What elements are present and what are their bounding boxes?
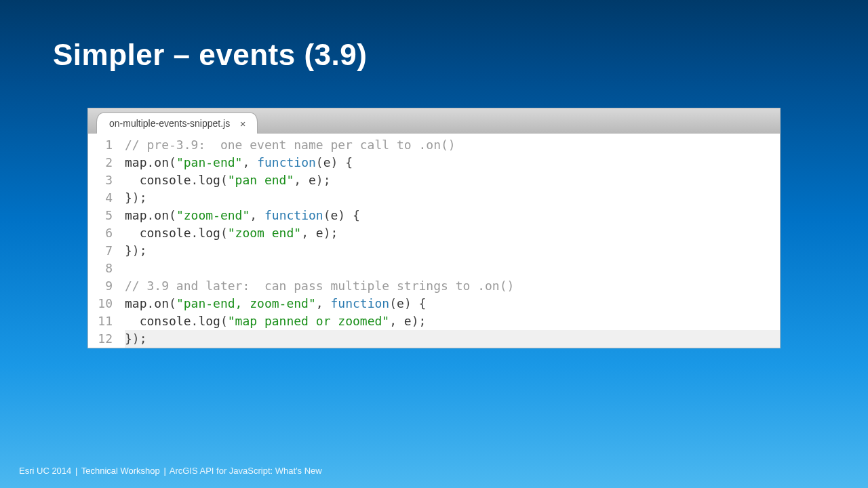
code-line: // pre-3.9: one event name per call to .… [125,136,780,154]
editor-tab-bar: on-multiple-events-snippet.js × [88,108,780,134]
line-number: 11 [88,312,113,330]
line-number-gutter: 123456789101112 [88,136,119,348]
line-number: 4 [88,189,113,207]
line-number: 1 [88,136,113,154]
code-line [125,260,780,277]
line-number: 9 [88,277,113,295]
code-line: // 3.9 and later: can pass multiple stri… [125,277,780,295]
line-number: 12 [88,330,113,348]
slide: Simpler – events (3.9) on-multiple-event… [0,0,868,488]
code-line: }); [125,330,780,348]
footer-track: Technical Workshop [81,466,160,476]
line-number: 8 [88,260,113,277]
code-line: }); [125,242,780,260]
footer-sep: | [162,466,167,476]
close-icon[interactable]: × [238,119,248,129]
footer-conference: Esri UC 2014 [19,466,71,476]
slide-footer: Esri UC 2014 | Technical Workshop | ArcG… [19,466,322,476]
code-lines: // pre-3.9: one event name per call to .… [119,136,780,348]
line-number: 10 [88,295,113,312]
code-body: 123456789101112 // pre-3.9: one event na… [88,134,780,348]
code-line: map.on("zoom-end", function(e) { [125,207,780,224]
code-line: map.on("pan-end", function(e) { [125,154,780,171]
code-line: console.log("zoom end", e); [125,224,780,242]
code-line: console.log("pan end", e); [125,171,780,189]
code-line: map.on("pan-end, zoom-end", function(e) … [125,295,780,312]
line-number: 2 [88,154,113,171]
code-editor-window: on-multiple-events-snippet.js × 12345678… [88,108,780,348]
line-number: 5 [88,207,113,224]
line-number: 7 [88,242,113,260]
code-line: }); [125,189,780,207]
slide-title: Simpler – events (3.9) [53,38,367,72]
editor-tab[interactable]: on-multiple-events-snippet.js × [96,113,258,134]
editor-tab-label: on-multiple-events-snippet.js [109,118,230,129]
line-number: 6 [88,224,113,242]
footer-talk: ArcGIS API for JavaScript: What's New [170,466,322,476]
line-number: 3 [88,171,113,189]
code-line: console.log("map panned or zoomed", e); [125,312,780,330]
footer-sep: | [74,466,79,476]
